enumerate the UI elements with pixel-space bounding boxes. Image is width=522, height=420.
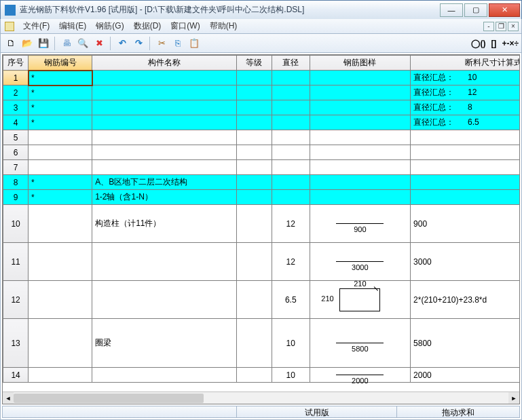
cell[interactable]: 直径汇总：10 (411, 71, 519, 85)
row-header[interactable]: 1 (3, 71, 29, 85)
row-header[interactable]: 2 (3, 85, 29, 100)
cell[interactable] (272, 85, 310, 100)
cell[interactable] (92, 85, 237, 100)
column-header[interactable]: 直径 (272, 56, 310, 71)
shape-cell[interactable] (310, 175, 410, 190)
cell[interactable] (92, 160, 237, 175)
cell[interactable] (29, 281, 92, 319)
cell[interactable] (92, 100, 237, 115)
cell[interactable]: 12 (272, 243, 310, 281)
scroll-left-button[interactable]: ◄ (3, 392, 14, 404)
scroll-thumb[interactable] (14, 394, 204, 403)
cell[interactable] (411, 130, 519, 145)
column-header[interactable]: 断料尺寸计算式(mm) (411, 56, 519, 71)
cell[interactable] (29, 145, 92, 160)
row-header[interactable]: 5 (3, 130, 29, 145)
cell[interactable] (236, 319, 272, 368)
copy-button[interactable] (170, 36, 185, 51)
cell[interactable] (236, 71, 272, 85)
cell[interactable] (411, 175, 519, 190)
cell[interactable]: 直径汇总：6.5 (411, 115, 519, 130)
column-header[interactable]: 等级 (236, 56, 272, 71)
cell[interactable] (92, 130, 237, 145)
data-grid[interactable]: 序号钢筋编号构件名称等级直径钢筋图样断料尺寸计算式(mm)断料尺寸 1*直径汇总… (2, 54, 520, 404)
row-header[interactable]: 13 (3, 319, 29, 368)
cell[interactable] (236, 190, 272, 205)
cut-button[interactable] (154, 36, 169, 51)
cell[interactable] (236, 115, 272, 130)
row-header[interactable]: 4 (3, 115, 29, 130)
cell[interactable] (272, 100, 310, 115)
cell[interactable] (29, 205, 92, 243)
cell[interactable]: 900 (411, 205, 519, 243)
shape-cell[interactable] (310, 85, 410, 100)
open-button[interactable] (20, 36, 35, 51)
shape-cell[interactable]: 3000 (310, 243, 410, 281)
cell[interactable] (92, 243, 237, 281)
cell[interactable]: 1-2轴（含1-N） (92, 190, 237, 205)
symbol-button[interactable]: ◯ (471, 39, 480, 48)
row-header[interactable]: 8 (3, 175, 29, 190)
shape-cell[interactable] (310, 145, 410, 160)
mdi-close-button[interactable]: × (508, 22, 519, 31)
menu-item[interactable]: 帮助(H) (205, 20, 242, 32)
close-button[interactable]: ✕ (489, 3, 520, 17)
cell[interactable]: 构造柱（计11件） (92, 205, 237, 243)
redo-button[interactable] (131, 36, 146, 51)
maximize-button[interactable]: ▢ (464, 3, 487, 17)
cell[interactable]: * (29, 190, 92, 205)
cell[interactable]: 6.5 (272, 281, 310, 319)
column-header[interactable]: 钢筋编号 (29, 56, 92, 71)
shape-cell[interactable] (310, 100, 410, 115)
cell[interactable] (236, 175, 272, 190)
cell[interactable]: 直径汇总：8 (411, 100, 519, 115)
cell[interactable]: 3000 (411, 243, 519, 281)
menu-item[interactable]: 编辑(E) (54, 20, 91, 32)
menu-item[interactable]: 窗口(W) (166, 20, 204, 32)
column-header[interactable]: 钢筋图样 (310, 56, 410, 71)
symbol-button[interactable]: [] (491, 39, 496, 48)
cell[interactable] (272, 175, 310, 190)
cell[interactable] (272, 130, 310, 145)
new-button[interactable] (3, 36, 18, 51)
cell[interactable] (29, 130, 92, 145)
row-header[interactable]: 7 (3, 160, 29, 175)
cell[interactable] (29, 319, 92, 368)
row-header[interactable]: 3 (3, 100, 29, 115)
cell[interactable] (92, 281, 237, 319)
cell[interactable]: 2000 (411, 368, 519, 383)
cell[interactable] (236, 145, 272, 160)
cell[interactable] (236, 243, 272, 281)
cell[interactable] (272, 115, 310, 130)
minimize-button[interactable]: — (440, 3, 463, 17)
cell[interactable] (92, 71, 237, 85)
cell[interactable]: * (29, 85, 92, 100)
cell[interactable] (236, 160, 272, 175)
column-header[interactable]: 构件名称 (92, 56, 237, 71)
delete-button[interactable] (92, 36, 107, 51)
cell[interactable] (92, 145, 237, 160)
cell[interactable]: 圈梁 (92, 319, 237, 368)
cell[interactable] (272, 160, 310, 175)
cell[interactable] (236, 85, 272, 100)
horizontal-scrollbar[interactable]: ◄ ► (3, 392, 519, 404)
cell[interactable] (272, 71, 310, 85)
shape-cell[interactable] (310, 190, 410, 205)
cell[interactable] (236, 100, 272, 115)
symbol-button[interactable]: ÷ (514, 39, 519, 48)
save-button[interactable] (36, 36, 51, 51)
scroll-right-button[interactable]: ► (508, 392, 519, 404)
row-header[interactable]: 11 (3, 243, 29, 281)
cell[interactable] (92, 115, 237, 130)
column-header[interactable]: 序号 (3, 56, 29, 71)
cell[interactable]: 10 (272, 319, 310, 368)
shape-cell[interactable] (310, 71, 410, 85)
cell[interactable]: A、B区地下二层二次结构 (92, 175, 237, 190)
menu-item[interactable]: 钢筋(G) (91, 20, 128, 32)
shape-cell[interactable]: 900 (310, 205, 410, 243)
row-header[interactable]: 6 (3, 145, 29, 160)
cell[interactable]: 12 (272, 205, 310, 243)
symbol-button[interactable]: ) (483, 39, 485, 48)
cell[interactable] (411, 145, 519, 160)
cell[interactable] (272, 190, 310, 205)
